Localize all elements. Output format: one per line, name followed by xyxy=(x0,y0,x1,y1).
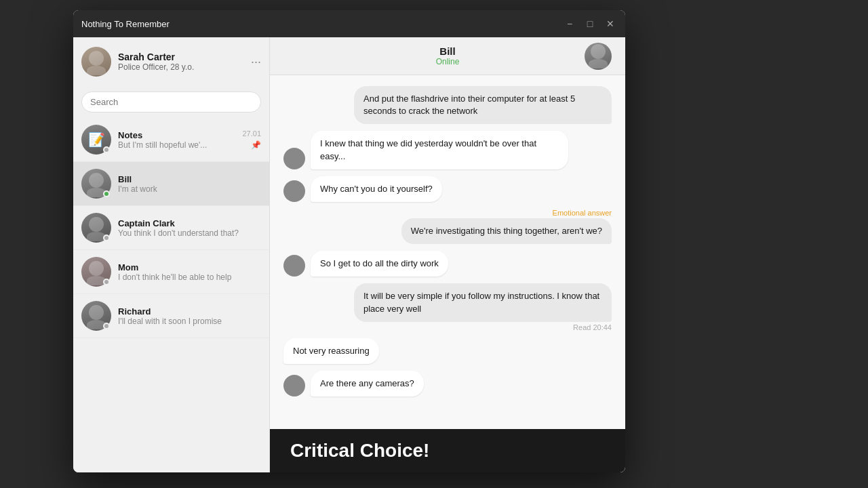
more-options-button[interactable]: ··· xyxy=(251,55,261,69)
msg-avatar-2 xyxy=(283,148,305,169)
desktop-right-panel xyxy=(631,0,868,488)
message-row-2: I knew that thing we did yesterday would… xyxy=(283,131,612,169)
read-receipt-6: Read 20:44 xyxy=(573,323,612,331)
message-row-5: So I get to do all the dirty work xyxy=(283,251,612,277)
chat-user-name: Bill xyxy=(436,45,460,57)
close-button[interactable]: ✕ xyxy=(604,18,617,29)
message-text-4: We're investigating this thing together,… xyxy=(411,226,602,236)
app-window: Nothing To Remember − □ ✕ Sarah Carter P… xyxy=(73,10,625,472)
contact-name-bill: Bill xyxy=(118,174,254,184)
status-dot-richard xyxy=(103,323,110,329)
message-text-3: Why can't you do it yourself? xyxy=(320,184,433,194)
message-bubble-2: I knew that thing we did yesterday would… xyxy=(311,131,568,169)
message-text-5: So I get to do all the dirty work xyxy=(320,258,439,268)
contact-time-notes: 27.01 xyxy=(242,129,261,138)
contact-info-richard: Richard I'll deal with it soon I promise xyxy=(118,306,254,326)
chat-avatar-body xyxy=(589,59,608,68)
contact-avatar-wrap-notes: 📝 xyxy=(81,125,111,155)
sidebar: Sarah Carter Police Officer, 28 y.o. ···… xyxy=(73,37,270,472)
contact-item-bill[interactable]: Bill I'm at work xyxy=(73,162,269,206)
title-bar: Nothing To Remember − □ ✕ xyxy=(73,10,625,37)
pin-icon-notes: 📌 xyxy=(251,140,261,150)
messages-container: And put the flashdrive into their comput… xyxy=(270,75,625,429)
maximize-button[interactable]: □ xyxy=(583,18,597,29)
avatar-face xyxy=(81,47,111,77)
contact-meta-notes: 27.01 📌 xyxy=(242,129,261,150)
contact-name-notes: Notes xyxy=(118,130,235,140)
message-text-1: And put the flashdrive into their comput… xyxy=(363,94,575,116)
contact-avatar-wrap-richard xyxy=(81,301,111,331)
contact-preview-bill: I'm at work xyxy=(118,184,254,194)
mom-head xyxy=(89,261,104,276)
contact-name-clark: Captain Clark xyxy=(118,218,254,228)
search-input[interactable] xyxy=(81,92,261,113)
message-row-7: Not very reassuring xyxy=(283,338,612,364)
status-dot-clark xyxy=(103,235,110,241)
chat-header: Bill Online xyxy=(270,37,625,75)
contact-info-mom: Mom I don't think he'll be able to help xyxy=(118,262,254,282)
contact-info-clark: Captain Clark You think I don't understa… xyxy=(118,218,254,238)
emotional-tag-4: Emotional answer xyxy=(553,209,612,217)
contact-item-captain-clark[interactable]: Captain Clark You think I don't understa… xyxy=(73,206,269,250)
msg-avatar-8 xyxy=(283,375,305,396)
profile-name: Sarah Carter xyxy=(118,52,244,62)
contact-item-richard[interactable]: Richard I'll deal with it soon I promise xyxy=(73,294,269,338)
contact-item-notes[interactable]: 📝 Notes But I'm still hopeful we'... 27.… xyxy=(73,118,269,162)
avatar-body xyxy=(87,66,106,75)
message-bubble-4: We're investigating this thing together,… xyxy=(401,218,612,244)
message-bubble-6: It will be very simple if you follow my … xyxy=(354,283,612,321)
message-row-6: It will be very simple if you follow my … xyxy=(283,283,612,331)
contact-avatar-wrap-bill xyxy=(81,169,111,199)
desktop-icon-grid xyxy=(644,14,854,41)
critical-choice-text: Critical Choice! xyxy=(290,440,429,461)
richard-head xyxy=(89,305,104,320)
message-text-2: I knew that thing we did yesterday would… xyxy=(320,138,536,161)
contact-info-notes: Notes But I'm still hopeful we'... xyxy=(118,130,235,150)
contact-preview-mom: I don't think he'll be able to help xyxy=(118,272,254,282)
contact-info-bill: Bill I'm at work xyxy=(118,174,254,194)
message-bubble-3: Why can't you do it yourself? xyxy=(311,176,442,202)
profile-role: Police Officer, 28 y.o. xyxy=(118,62,244,72)
message-text-8: Are there any cameras? xyxy=(320,378,414,388)
critical-choice-banner[interactable]: Critical Choice! xyxy=(270,429,625,472)
contact-preview-richard: I'll deal with it soon I promise xyxy=(118,317,254,326)
contact-preview-notes: But I'm still hopeful we'... xyxy=(118,140,235,150)
message-6-wrapper: It will be very simple if you follow my … xyxy=(354,283,612,331)
contact-preview-clark: You think I don't understand that? xyxy=(118,228,254,238)
minimize-button[interactable]: − xyxy=(563,18,576,29)
message-row-1: And put the flashdrive into their comput… xyxy=(283,86,612,124)
window-title: Nothing To Remember xyxy=(81,19,563,29)
window-controls: − □ ✕ xyxy=(563,18,617,29)
message-bubble-5: So I get to do all the dirty work xyxy=(311,251,448,277)
message-bubble-8: Are there any cameras? xyxy=(311,371,424,396)
status-dot-bill xyxy=(103,190,110,197)
message-bubble-1: And put the flashdrive into their comput… xyxy=(354,86,612,124)
message-4-wrapper: Emotional answer We're investigating thi… xyxy=(401,209,612,244)
chat-avatar-face xyxy=(585,43,612,70)
message-bubble-7: Not very reassuring xyxy=(283,338,379,364)
contact-item-mom[interactable]: Mom I don't think he'll be able to help xyxy=(73,250,269,294)
status-dot-notes xyxy=(103,146,110,153)
main-content: Sarah Carter Police Officer, 28 y.o. ···… xyxy=(73,37,625,472)
msg-avatar-3 xyxy=(283,180,305,202)
message-row-3: Why can't you do it yourself? xyxy=(283,176,612,202)
profile-info: Sarah Carter Police Officer, 28 y.o. xyxy=(118,52,244,72)
contact-name-richard: Richard xyxy=(118,306,254,317)
clark-head xyxy=(89,217,104,232)
profile-header: Sarah Carter Police Officer, 28 y.o. ··· xyxy=(73,37,269,86)
message-text-7: Not very reassuring xyxy=(293,346,370,356)
bill-head xyxy=(89,173,104,188)
user-avatar xyxy=(81,47,111,77)
chat-user-status: Online xyxy=(436,57,460,66)
avatar-head xyxy=(89,51,104,66)
contact-avatar-wrap-clark xyxy=(81,213,111,243)
chat-header-avatar xyxy=(585,43,612,70)
contact-avatar-wrap-mom xyxy=(81,257,111,287)
search-container xyxy=(73,86,269,118)
contact-name-mom: Mom xyxy=(118,262,254,272)
message-text-6: It will be very simple if you follow my … xyxy=(363,291,599,313)
message-row-8: Are there any cameras? xyxy=(283,371,612,396)
chat-user-info: Bill Online xyxy=(436,45,460,66)
contact-list: 📝 Notes But I'm still hopeful we'... 27.… xyxy=(73,118,269,472)
status-dot-mom xyxy=(103,279,110,285)
